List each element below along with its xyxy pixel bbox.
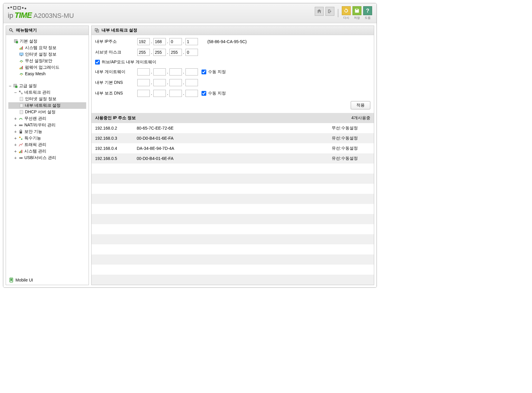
- tree-special[interactable]: + 특수기능: [8, 135, 86, 142]
- graph-icon: [18, 142, 23, 147]
- tree-internal-network[interactable]: 내부 네트워크 설정: [8, 102, 86, 109]
- expand-icon[interactable]: +: [14, 155, 17, 160]
- ip-inputs: . . .: [137, 38, 198, 45]
- pdns-octet-2[interactable]: [153, 79, 166, 86]
- tree-firmware-upgrade[interactable]: 펌웨어 업그레이드: [8, 64, 86, 71]
- mac-cell: 00-D0-B4-01-6E-FA: [137, 136, 332, 141]
- apply-button[interactable]: 적용: [351, 101, 370, 109]
- svg-rect-16: [19, 91, 21, 92]
- search-icon: [9, 28, 14, 33]
- refresh-button[interactable]: [342, 6, 351, 15]
- expand-icon[interactable]: +: [14, 142, 17, 147]
- logout-button[interactable]: [325, 7, 334, 16]
- internal-ip-label: 내부 IP주소: [95, 39, 134, 44]
- usb-icon: [18, 155, 23, 160]
- pdns-octet-1[interactable]: [137, 79, 150, 86]
- hub-ap-checkbox[interactable]: [95, 60, 100, 65]
- svg-rect-19: [20, 97, 23, 101]
- svg-rect-27: [20, 151, 21, 153]
- ip-octet-2[interactable]: [153, 38, 166, 45]
- mobile-ui-link[interactable]: Mobile UI: [6, 275, 89, 285]
- ip-octet-3[interactable]: [169, 38, 182, 45]
- ip-row[interactable]: 192.168.0.3 00-D0-B4-01-6E-FA 유선:수동설정: [92, 133, 374, 143]
- gateway-octet-1[interactable]: [137, 68, 150, 76]
- gateway-manual-checkbox[interactable]: [202, 70, 206, 74]
- empty-row: [92, 265, 374, 275]
- svg-rect-30: [22, 158, 23, 158]
- network-form: 내부 IP주소 . . . (58-86-94-CA-95-5C) 서브넷 마스…: [92, 35, 374, 113]
- gateway-octet-2[interactable]: [153, 68, 166, 76]
- svg-line-18: [21, 92, 21, 93]
- mac-address: (58-86-94-CA-95-5C): [207, 39, 247, 44]
- empty-row: [92, 254, 374, 265]
- secondary-dns-label: 내부 보조 DNS: [95, 91, 134, 96]
- subnet-octet-3[interactable]: [169, 49, 182, 56]
- gear-plus-icon: [13, 84, 18, 88]
- tree-nat-router[interactable]: + NAT/라우터 관리: [8, 122, 86, 128]
- help-icon: ?: [366, 8, 369, 14]
- gateway-octet-3[interactable]: [169, 68, 182, 76]
- expand-icon[interactable]: +: [14, 116, 17, 121]
- tree-internet-config[interactable]: 인터넷 설정 정보: [8, 96, 86, 102]
- sdns-octet-2[interactable]: [153, 90, 166, 97]
- tree-system-summary[interactable]: 시스템 요약 정보: [8, 45, 86, 51]
- collapse-icon[interactable]: −: [8, 84, 12, 88]
- tree-network-mgmt[interactable]: − 네트워크 관리: [8, 89, 86, 96]
- refresh-label: 다시: [343, 16, 349, 20]
- ip-octet-4[interactable]: [185, 38, 198, 45]
- save-button[interactable]: [352, 6, 361, 15]
- sdns-octet-4[interactable]: [185, 90, 198, 97]
- svg-line-1: [12, 31, 13, 32]
- expand-icon[interactable]: +: [14, 149, 17, 154]
- ip-table: 192.168.0.2 80-65-7C-EE-72-6E 무선:수동설정192…: [92, 123, 374, 285]
- sdns-octet-3[interactable]: [169, 90, 182, 97]
- pdns-octet-4[interactable]: [185, 79, 198, 86]
- tree-basic-settings[interactable]: 기본 설정: [8, 38, 86, 45]
- svg-rect-26: [19, 152, 20, 153]
- expand-icon[interactable]: +: [14, 123, 17, 128]
- tree-advanced-settings[interactable]: − 고급 설정: [8, 83, 86, 89]
- ip-row[interactable]: 192.168.0.4 DA-34-8E-94-7D-4A 유선:수동설정: [92, 143, 374, 153]
- ip-row[interactable]: 192.168.0.2 80-65-7C-EE-72-6E 무선:수동설정: [92, 123, 374, 133]
- subnet-octet-1[interactable]: [137, 49, 150, 56]
- svg-rect-28: [21, 150, 22, 153]
- tree-traffic[interactable]: + 트래픽 관리: [8, 142, 86, 148]
- svg-rect-21: [20, 110, 23, 114]
- svg-rect-20: [20, 104, 23, 107]
- chart-icon: [19, 65, 24, 70]
- empty-row: [92, 234, 374, 244]
- empty-row: [92, 194, 374, 204]
- gateway-octet-4[interactable]: [185, 68, 198, 76]
- tree-dhcp-server[interactable]: DHCP 서버 설정: [8, 109, 86, 115]
- page-icon: [19, 110, 24, 114]
- pdns-octet-3[interactable]: [169, 79, 182, 86]
- tree-usb-service[interactable]: + USB/서비스 관리: [8, 155, 86, 161]
- sdns-manual-checkbox[interactable]: [202, 91, 206, 96]
- refresh-icon: [344, 8, 349, 13]
- tree-internet-info[interactable]: 인터넷 설정 정보: [8, 51, 86, 58]
- tree-wireless-security[interactable]: 무선 설정/보안: [8, 58, 86, 64]
- wifi-icon: [18, 116, 23, 121]
- tree-system-mgmt[interactable]: + 시스템 관리: [8, 148, 86, 155]
- collapse-icon[interactable]: −: [14, 90, 17, 95]
- svg-rect-17: [21, 93, 23, 94]
- ip-octet-1[interactable]: [137, 38, 150, 45]
- home-button[interactable]: [315, 7, 324, 16]
- sdns-octet-1[interactable]: [137, 90, 150, 97]
- tree-wireless-mgmt[interactable]: + 무선랜 관리: [8, 115, 86, 122]
- sidebar-title: 메뉴탐색기: [16, 28, 37, 33]
- ip-row[interactable]: 192.168.0.5 00-D0-B4-01-6E-FA 유선:수동설정: [92, 153, 374, 164]
- sdns-manual-label: 수동 지정: [208, 91, 226, 96]
- chart-icon: [19, 45, 24, 50]
- subnet-oct
-4[interactable]: [185, 49, 198, 56]
- desc-cell: 유선:수동설정: [332, 146, 370, 151]
- subnet-octet-2[interactable]: [153, 49, 166, 56]
- expand-icon[interactable]: +: [14, 129, 17, 134]
- mac-cell: DA-34-8E-94-7D-4A: [137, 146, 332, 151]
- primary-dns-label: 내부 기본 DNS: [95, 80, 134, 85]
- tree-easy-mesh[interactable]: Easy Mesh: [8, 71, 86, 77]
- tree-security[interactable]: + 보안 기능: [8, 128, 86, 135]
- expand-icon[interactable]: +: [14, 136, 17, 141]
- help-button[interactable]: ?: [363, 6, 372, 15]
- model-label: A2003NS-MU: [34, 12, 74, 20]
